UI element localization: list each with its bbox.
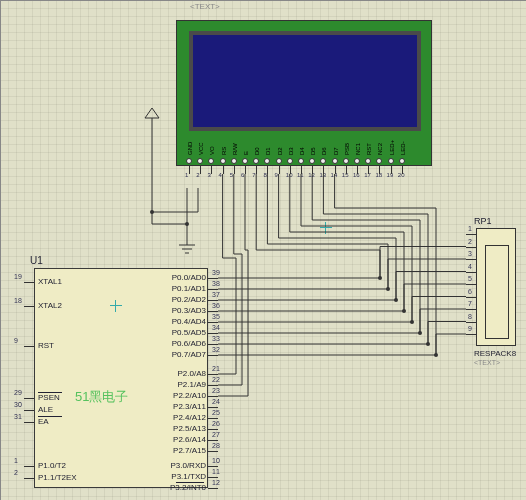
mcu-pin-label: RST [38,341,54,350]
lcd-pin-label: D1 [265,144,271,155]
lcd-pin-label: VO [209,144,215,155]
mcu-pin-number: 18 [14,297,22,304]
lcd-pin-label: D3 [288,144,294,155]
rp-pin-number: 6 [468,288,472,295]
mcu-ref: U1 [30,255,43,266]
mcu-pin-label: P1.0/T2 [38,461,66,470]
mcu-pin-number: 34 [212,324,220,331]
mcu-pin-number: 29 [14,389,22,396]
mcu-pin-number: 30 [14,401,22,408]
lcd-pin-label: NC1 [355,144,361,155]
svg-point-9 [150,210,154,214]
mcu-pin-number: 27 [212,431,220,438]
mcu-pin-label: P0.4/AD4 [172,317,206,326]
lcd-pin-6[interactable] [242,158,248,164]
svg-point-17 [434,353,438,357]
lcd-pin-14[interactable] [332,158,338,164]
lcd-pin-label: LED- [400,144,406,155]
lcd-pin-label: R/W [232,144,238,155]
lcd-pin-number: 9 [275,172,278,178]
lcd-pin-label: D7 [333,144,339,155]
respack-name: RESPACK8 [474,349,516,358]
lcd-pin-label: LED+ [389,144,395,155]
mcu-pin-label: P0.2/AD2 [172,295,206,304]
mcu-pin-label: P0.3/AD3 [172,306,206,315]
mcu-pin-label: P2.6/A14 [173,435,206,444]
rp-pin-number: 3 [468,250,472,257]
mcu-pin-number: 32 [212,346,220,353]
mcu-pin-number: 35 [212,313,220,320]
lcd-pin-number: 1 [185,172,188,178]
svg-point-15 [418,331,422,335]
lcd-pin-label: NC2 [377,144,383,155]
lcd-pin-19[interactable] [388,158,394,164]
mcu-pin-number: 10 [212,457,220,464]
mcu-pin-number: 36 [212,302,220,309]
mcu-pin-label: P0.0/AD0 [172,273,206,282]
mcu-pin-label: P0.5/AD5 [172,328,206,337]
lcd-pin-5[interactable] [231,158,237,164]
lcd-pin-1[interactable] [186,158,192,164]
rp-pin-number: 5 [468,275,472,282]
lcd-pin-16[interactable] [354,158,360,164]
mcu-pin-number: 2 [14,469,18,476]
lcd-pin-label: VCC [198,144,204,155]
mcu-pin-number: 39 [212,269,220,276]
rp-pin-number: 9 [468,325,472,332]
mcu-pin-label: P2.5/A13 [173,424,206,433]
mcu-pin-number: 19 [14,273,22,280]
mcu-pin-label: P3.0/RXD [170,461,206,470]
lcd-pin-label: E [243,144,249,155]
mcu-pin-label: P3.2/INT0 [170,483,206,492]
mcu-pin-number: 11 [212,468,220,475]
lcd-pin-number: 3 [207,172,210,178]
svg-point-13 [402,309,406,313]
lcd-pin-label: GND [187,144,193,155]
lcd-pin-11[interactable] [298,158,304,164]
resistor-pack[interactable] [476,228,516,346]
mcu-pin-label: ALE [38,405,53,414]
mcu-pin-number: 37 [212,291,220,298]
rp-pin-number: 2 [468,238,472,245]
mcu-pin-number: 26 [212,420,220,427]
lcd-screen [189,31,421,131]
mcu-pin-label: P0.1/AD1 [172,284,206,293]
mcu-pin-number: 21 [212,365,220,372]
mcu-pin-label: XTAL1 [38,277,62,286]
lcd-pin-9[interactable] [276,158,282,164]
lcd-pin-number: 2 [196,172,199,178]
lcd-pin-4[interactable] [220,158,226,164]
mcu-pin-number: 33 [212,335,220,342]
mcu-pin-number: 23 [212,387,220,394]
lcd-pin-10[interactable] [287,158,293,164]
mcu-pin-label: P2.2/A10 [173,391,206,400]
mcu-pin-label: P0.6/AD6 [172,339,206,348]
lcd-pin-label: D2 [277,144,283,155]
svg-point-6 [185,222,189,226]
svg-point-14 [410,320,414,324]
mcu-pin-label: PSEN [38,393,60,402]
lcd-pin-number: 6 [241,172,244,178]
lcd-pin-label: D5 [310,144,316,155]
mcu-pin-label: P2.3/A11 [173,402,206,411]
rp-pin-number: 4 [468,263,472,270]
svg-point-10 [378,276,382,280]
lcd-pin-number: 4 [219,172,222,178]
lcd-pin-20[interactable] [399,158,405,164]
lcd-pin-number: 8 [263,172,266,178]
lcd-pin-15[interactable] [343,158,349,164]
cursor-crosshair [320,222,332,234]
respack-ref: RP1 [474,216,492,226]
rp-pin-number: 7 [468,300,472,307]
lcd-pin-label: D6 [321,144,327,155]
watermark: 51黑电子 [75,388,128,406]
mcu-pin-label: P2.7/A15 [173,446,206,455]
mcu-pin-number: 38 [212,280,220,287]
lcd-pin-label: RS [221,144,227,155]
mcu-pin-number: 25 [212,409,220,416]
lcd-pin-number: 5 [230,172,233,178]
mcu-pin-number: 12 [212,479,220,486]
lcd-pin-label: D0 [254,144,260,155]
schematic-text: <TEXT> [190,2,220,11]
lcd-pin-label: D4 [299,144,305,155]
